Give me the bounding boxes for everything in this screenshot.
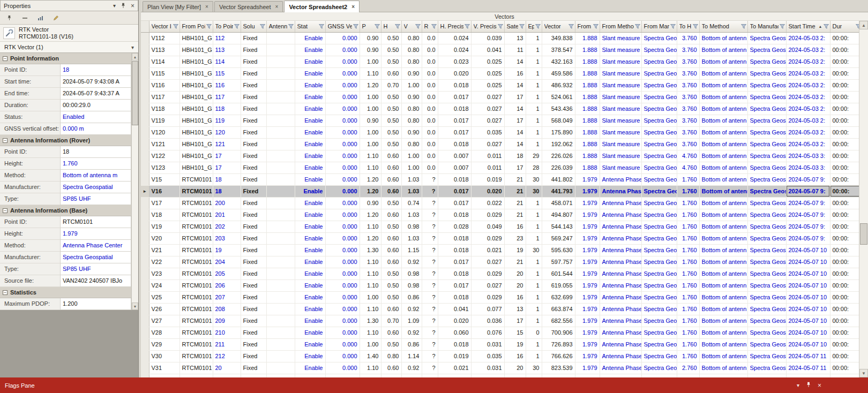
cell-gnss-verti[interactable]: 0.000 — [325, 91, 360, 103]
cell-gnss-verti[interactable]: 0.000 — [325, 126, 360, 138]
cell-sate[interactable]: 14 — [504, 138, 526, 150]
scroll-down-icon[interactable]: ▼ — [132, 303, 138, 310]
cell-vector[interactable]: 486.932 — [542, 79, 575, 91]
cell-solu[interactable]: Fixed — [241, 79, 266, 91]
cell-stat[interactable]: Enable — [295, 362, 325, 374]
cell-p[interactable]: 1.10 — [360, 279, 381, 291]
cell-start-time[interactable]: 2024-05-07 10 — [786, 268, 830, 279]
cell-gnss-verti[interactable]: 0.000 — [325, 67, 360, 79]
cell-to-poin[interactable]: 206 — [213, 279, 241, 291]
cell-antenna[interactable] — [266, 338, 295, 350]
cell-from-poi[interactable]: RTCM0101 — [179, 209, 213, 221]
cell-solu[interactable]: Fixed — [241, 374, 266, 377]
cell-h-precisi[interactable]: 0.018 — [438, 244, 471, 256]
cell-dur[interactable]: 00:00: — [830, 221, 859, 232]
filter-funnel-icon[interactable] — [519, 24, 525, 29]
cell-from-manu[interactable]: Spectra Geos — [641, 338, 677, 350]
row-marker[interactable] — [141, 32, 149, 44]
row-marker[interactable] — [141, 244, 149, 256]
tab-vector-spreadsheet2[interactable]: Vector Spreadsheet2× — [284, 1, 360, 12]
filter-funnel-icon[interactable] — [693, 24, 698, 29]
scroll-down-icon[interactable]: ▼ — [859, 369, 868, 377]
row-marker[interactable] — [141, 150, 149, 162]
column-header-r[interactable]: R — [422, 21, 438, 32]
collapse-icon[interactable]: − — [3, 138, 8, 143]
cell-start-time[interactable]: 2024-05-07 11 — [786, 362, 830, 374]
cell-from-poi[interactable]: HBH101_G — [179, 44, 213, 56]
cell-gnss-verti[interactable]: 0.000 — [325, 315, 360, 327]
cell-dur[interactable]: 00:00: — [830, 185, 859, 197]
cell-vector[interactable]: 601.544 — [542, 268, 575, 279]
cell-from-manu[interactable]: Spectra Geos — [641, 291, 677, 303]
cell-vector-i[interactable]: V115 — [149, 67, 179, 79]
cell-ep[interactable]: 1 — [526, 103, 542, 115]
cell-antenna[interactable] — [266, 232, 295, 244]
cell-from-poi[interactable]: HBH101_G — [179, 126, 213, 138]
cell-start-time[interactable]: 2024-05-03 2: — [786, 79, 830, 91]
cell-solu[interactable]: Fixed — [241, 32, 266, 44]
cell-start-time[interactable]: 2024-05-03 2: — [786, 138, 830, 150]
cell-antenna[interactable] — [266, 91, 295, 103]
cell-from[interactable]: 1.888 — [575, 44, 600, 56]
cell-to-h[interactable]: 3.760 — [677, 44, 699, 56]
cell-h[interactable]: 0.50 — [381, 32, 401, 44]
cell-dur[interactable]: 00:00: — [830, 209, 859, 221]
cell-ep[interactable]: 1 — [526, 315, 542, 327]
cell-from-method[interactable]: Antenna Phase — [600, 197, 641, 209]
cell-v-precisi[interactable]: 0.031 — [471, 374, 504, 377]
property-value-point-id[interactable]: 18 — [60, 64, 131, 76]
cell-to-method[interactable]: Bottom of antenn — [699, 56, 747, 67]
cell-to-h[interactable]: 1.760 — [677, 173, 699, 185]
cell-p[interactable]: 1.00 — [360, 291, 381, 303]
cell-ep[interactable]: 30 — [526, 374, 542, 377]
pushpin-icon[interactable] — [5, 13, 13, 22]
cell-h[interactable]: 0.50 — [381, 338, 401, 350]
cell-to-method[interactable]: Bottom of antenn — [699, 126, 747, 138]
cell-gnss-verti[interactable]: 0.000 — [325, 279, 360, 291]
cell-solu[interactable]: Fixed — [241, 268, 266, 279]
property-value-point-id[interactable]: RTCM0101 — [60, 216, 131, 228]
cell-dur[interactable]: 00:00: — [830, 327, 859, 338]
cell-to-manufac[interactable]: Spectra Geos — [747, 103, 786, 115]
cell-v-precisi[interactable]: 0.029 — [471, 291, 504, 303]
cell-h-precisi[interactable]: 0.024 — [438, 44, 471, 56]
cell-sate[interactable]: 20 — [504, 374, 526, 377]
cell-p[interactable]: 1.10 — [360, 362, 381, 374]
cell-gnss-verti[interactable]: 0.000 — [325, 56, 360, 67]
cell-to-h[interactable]: 3.760 — [677, 115, 699, 126]
cell-from-poi[interactable]: HBH101_G — [179, 56, 213, 67]
cell-ep[interactable]: 1 — [526, 115, 542, 126]
cell-to-manufac[interactable]: Spectra Geos — [747, 115, 786, 126]
cell-stat[interactable]: Enable — [295, 374, 325, 377]
cell-ep[interactable]: 30 — [526, 185, 542, 197]
cell-to-h[interactable]: 1.760 — [677, 303, 699, 315]
cell-ep[interactable]: 29 — [526, 150, 542, 162]
cell-start-time[interactable]: 2024-05-03 2: — [786, 103, 830, 115]
cell-sate[interactable]: 13 — [504, 303, 526, 315]
cell-stat[interactable]: Enable — [295, 173, 325, 185]
cell-dur[interactable]: 00:00: — [830, 32, 859, 44]
filter-funnel-icon[interactable] — [593, 24, 598, 29]
cell-r[interactable]: 0.0 — [422, 79, 438, 91]
table-row[interactable]: V113HBH101_G113FixedEnable0.0000.900.500… — [141, 44, 859, 56]
cell-vector[interactable]: 726.893 — [542, 338, 575, 350]
cell-to-manufac[interactable]: Spectra Geos — [747, 338, 786, 350]
cell-r[interactable]: ? — [422, 244, 438, 256]
cell-to-manufac[interactable]: Spectra Geos — [747, 244, 786, 256]
cell-antenna[interactable] — [266, 374, 295, 377]
cell-to-poin[interactable]: 201 — [213, 209, 241, 221]
cell-solu[interactable]: Fixed — [241, 256, 266, 268]
row-marker[interactable] — [141, 91, 149, 103]
cell-vector-i[interactable]: V112 — [149, 32, 179, 44]
cell-stat[interactable]: Enable — [295, 79, 325, 91]
cell-p[interactable]: 0.90 — [360, 32, 381, 44]
cell-to-h[interactable]: 3.760 — [677, 91, 699, 103]
cell-start-time[interactable]: 2024-05-03 2: — [786, 44, 830, 56]
cell-dur[interactable]: 00:00: — [830, 338, 859, 350]
cell-from-method[interactable]: Slant measure — [600, 103, 641, 115]
cell-vector-i[interactable]: V15 — [149, 173, 179, 185]
cell-to-manufac[interactable]: Spectra Geos — [747, 279, 786, 291]
cell-vector-i[interactable]: V116 — [149, 79, 179, 91]
cell-ep[interactable]: 1 — [526, 232, 542, 244]
column-header-v[interactable]: V — [401, 21, 422, 32]
